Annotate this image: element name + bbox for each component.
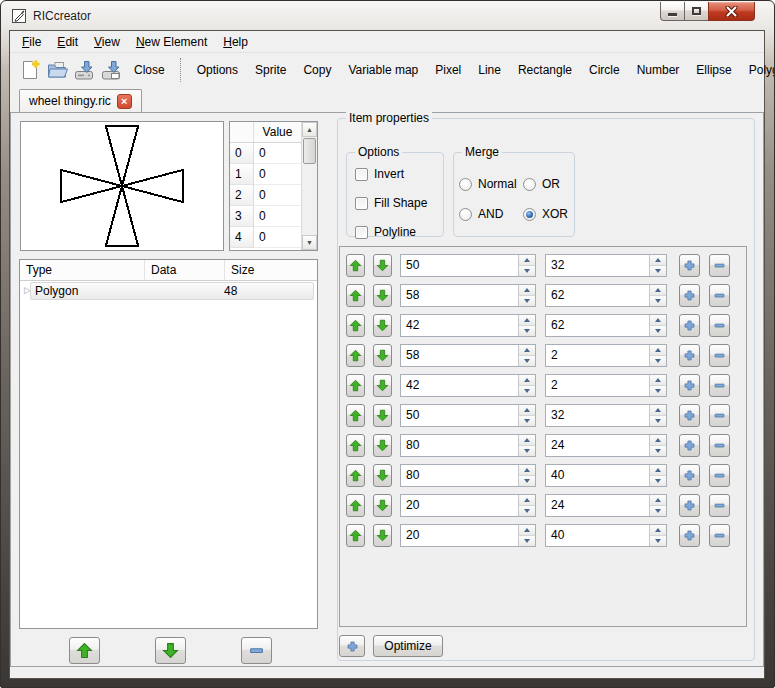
remove-element-button[interactable] bbox=[241, 637, 272, 664]
merge-radio-label[interactable]: Normal bbox=[478, 177, 517, 191]
checkbox-label[interactable]: Fill Shape bbox=[374, 196, 427, 210]
value-cell[interactable]: 0 bbox=[254, 206, 301, 227]
merge-radio-label[interactable]: AND bbox=[478, 207, 503, 221]
insert-point-button[interactable] bbox=[679, 344, 700, 367]
menu-item[interactable]: View bbox=[86, 32, 128, 52]
remove-point-button[interactable] bbox=[709, 524, 730, 547]
merge-radio[interactable] bbox=[523, 208, 536, 221]
option-checkbox-row[interactable]: Invert bbox=[355, 166, 443, 182]
spinner-buttons[interactable] bbox=[649, 495, 666, 516]
save-as-button[interactable] bbox=[99, 56, 123, 84]
insert-point-button[interactable] bbox=[679, 314, 700, 337]
point-y-value[interactable]: 62 bbox=[546, 315, 649, 336]
point-y-value[interactable]: 32 bbox=[546, 255, 649, 276]
point-x-spinbox[interactable]: 50 bbox=[400, 404, 536, 427]
move-point-down-button[interactable] bbox=[373, 524, 392, 547]
tab-wheel-thingy[interactable]: wheel thingy.ric × bbox=[19, 89, 142, 112]
point-x-value[interactable]: 58 bbox=[401, 345, 518, 366]
toolbar-action-button[interactable]: Pixel bbox=[427, 59, 469, 81]
spin-up-button[interactable] bbox=[650, 495, 666, 506]
spin-down-button[interactable] bbox=[650, 506, 666, 516]
move-element-up-button[interactable] bbox=[69, 637, 100, 664]
checkbox[interactable] bbox=[355, 197, 368, 210]
insert-point-button[interactable] bbox=[679, 374, 700, 397]
merge-radio-row[interactable]: Normal bbox=[459, 177, 523, 191]
spinner-buttons[interactable] bbox=[518, 405, 535, 426]
point-x-spinbox[interactable]: 80 bbox=[400, 434, 536, 457]
spin-down-button[interactable] bbox=[519, 386, 535, 396]
merge-radio-row[interactable]: XOR bbox=[523, 207, 570, 221]
remove-point-button[interactable] bbox=[709, 494, 730, 517]
point-y-value[interactable]: 24 bbox=[546, 495, 649, 516]
move-element-down-button[interactable] bbox=[155, 637, 186, 664]
remove-point-button[interactable] bbox=[709, 464, 730, 487]
spin-up-button[interactable] bbox=[519, 495, 535, 506]
save-button[interactable] bbox=[72, 56, 96, 84]
move-point-down-button[interactable] bbox=[373, 254, 392, 277]
spin-up-button[interactable] bbox=[650, 405, 666, 416]
insert-point-button[interactable] bbox=[679, 284, 700, 307]
spin-up-button[interactable] bbox=[650, 345, 666, 356]
point-y-value[interactable]: 2 bbox=[546, 345, 649, 366]
point-x-value[interactable]: 42 bbox=[401, 315, 518, 336]
new-document-button[interactable] bbox=[18, 56, 42, 84]
spin-down-button[interactable] bbox=[650, 356, 666, 366]
toolbar-action-button[interactable]: Ellipse bbox=[688, 59, 739, 81]
row-index-header[interactable]: 1 bbox=[230, 164, 254, 185]
spin-up-button[interactable] bbox=[650, 375, 666, 386]
spin-up-button[interactable] bbox=[650, 465, 666, 476]
point-y-spinbox[interactable]: 40 bbox=[545, 524, 667, 547]
optimize-button[interactable]: Optimize bbox=[373, 635, 443, 657]
spin-up-button[interactable] bbox=[519, 255, 535, 266]
spin-down-button[interactable] bbox=[519, 506, 535, 516]
spin-down-button[interactable] bbox=[650, 386, 666, 396]
point-x-spinbox[interactable]: 42 bbox=[400, 314, 536, 337]
spinner-buttons[interactable] bbox=[518, 375, 535, 396]
point-x-value[interactable]: 80 bbox=[401, 465, 518, 486]
checkbox-label[interactable]: Invert bbox=[374, 167, 404, 181]
merge-radio[interactable] bbox=[459, 178, 472, 191]
merge-radio-label[interactable]: OR bbox=[542, 177, 560, 191]
scroll-up-button[interactable]: ▲ bbox=[302, 122, 317, 137]
move-point-up-button[interactable] bbox=[346, 254, 365, 277]
checkbox-label[interactable]: Polyline bbox=[374, 225, 416, 239]
point-x-value[interactable]: 20 bbox=[401, 525, 518, 546]
spinner-buttons[interactable] bbox=[518, 315, 535, 336]
tree-row-polygon[interactable]: ▷ Polygon 48 bbox=[20, 282, 317, 302]
point-y-spinbox[interactable]: 2 bbox=[545, 344, 667, 367]
remove-point-button[interactable] bbox=[709, 404, 730, 427]
scroll-down-button[interactable]: ▼ bbox=[302, 235, 317, 250]
point-x-spinbox[interactable]: 50 bbox=[400, 254, 536, 277]
insert-point-button[interactable] bbox=[679, 254, 700, 277]
value-column-header[interactable]: Value bbox=[254, 122, 301, 142]
spinner-buttons[interactable] bbox=[518, 435, 535, 456]
move-point-up-button[interactable] bbox=[346, 314, 365, 337]
point-y-spinbox[interactable]: 32 bbox=[545, 404, 667, 427]
value-cell[interactable]: 0 bbox=[254, 164, 301, 185]
column-header-type[interactable]: Type bbox=[20, 260, 145, 280]
insert-point-button[interactable] bbox=[679, 434, 700, 457]
menu-item[interactable]: Edit bbox=[49, 32, 86, 52]
move-point-up-button[interactable] bbox=[346, 524, 365, 547]
spin-down-button[interactable] bbox=[650, 266, 666, 276]
row-index-header[interactable]: 0 bbox=[230, 143, 254, 164]
value-table-scrollbar[interactable]: ▲ ▼ bbox=[301, 122, 317, 250]
spin-up-button[interactable] bbox=[519, 465, 535, 476]
move-point-down-button[interactable] bbox=[373, 374, 392, 397]
point-x-value[interactable]: 80 bbox=[401, 435, 518, 456]
point-x-spinbox[interactable]: 20 bbox=[400, 494, 536, 517]
toolbar-action-button[interactable]: Sprite bbox=[247, 59, 294, 81]
toolbar-action-button[interactable]: Polygon bbox=[741, 59, 775, 81]
move-point-up-button[interactable] bbox=[346, 284, 365, 307]
spinner-buttons[interactable] bbox=[518, 465, 535, 486]
spinner-buttons[interactable] bbox=[649, 345, 666, 366]
point-y-spinbox[interactable]: 2 bbox=[545, 374, 667, 397]
spin-down-button[interactable] bbox=[650, 416, 666, 426]
spin-down-button[interactable] bbox=[519, 356, 535, 366]
point-x-value[interactable]: 42 bbox=[401, 375, 518, 396]
option-checkbox-row[interactable]: Polyline bbox=[355, 224, 443, 240]
point-y-spinbox[interactable]: 40 bbox=[545, 464, 667, 487]
move-point-up-button[interactable] bbox=[346, 404, 365, 427]
spin-down-button[interactable] bbox=[519, 446, 535, 456]
value-cell[interactable]: 0 bbox=[254, 227, 301, 248]
